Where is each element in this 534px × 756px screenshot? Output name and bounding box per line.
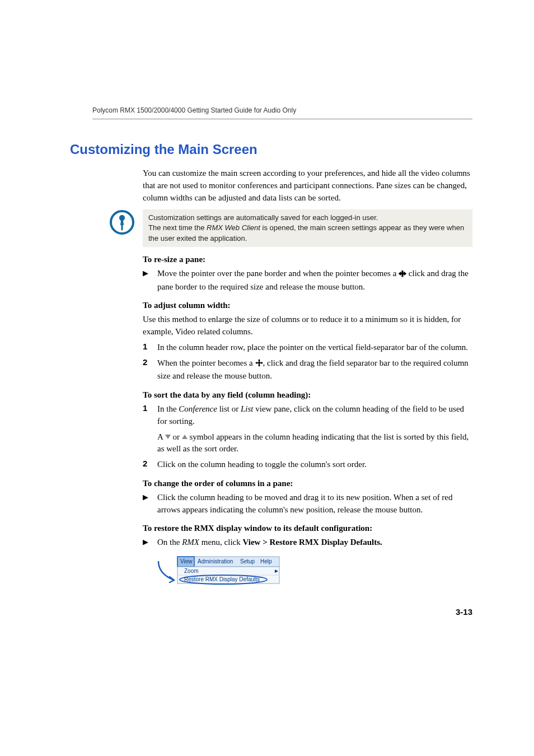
restore-b: menu, click (199, 538, 242, 547)
step-marker-1: 1 (143, 342, 157, 351)
page-number: 3-13 (92, 607, 472, 617)
intro-paragraph: You can customize the main screen accord… (143, 167, 472, 204)
running-header: Polycom RMX 1500/2000/4000 Getting Start… (92, 106, 472, 114)
bullet-marker-3: ▶ (143, 536, 157, 547)
bullet-marker-2: ▶ (143, 492, 157, 502)
document-page: Polycom RMX 1500/2000/4000 Getting Start… (0, 0, 534, 650)
restore-text: On the RMX menu, click View > Restore RM… (157, 536, 472, 549)
step-marker-2: 2 (143, 357, 157, 367)
sort-sub-a: A (157, 432, 165, 441)
sort-1a: In the (157, 404, 179, 413)
sort-sub-c: symbol appears in the column heading ind… (157, 432, 469, 454)
note-callout: Customization settings are automatically… (109, 209, 472, 247)
width-step1-text: In the column header row, place the poin… (157, 342, 472, 354)
restore-bold: View > Restore RMX Display Defaults. (242, 538, 382, 547)
resize-text: Move the pointer over the pane border an… (157, 268, 472, 293)
restore-rmx-em: RMX (182, 538, 199, 547)
step-width-2: 2 When the pointer becomes a , click and… (143, 357, 472, 383)
bullet-restore: ▶ On the RMX menu, click View > Restore … (143, 536, 472, 549)
note-line2a: The next time the (148, 223, 207, 232)
menu-screenshot: View Administration Setup Help Zoom Rest… (157, 553, 280, 587)
note-rmx-client: RMX Web Client (207, 223, 260, 232)
order-text: Click the column heading to be moved and… (157, 492, 472, 516)
width-step2-text: When the pointer becomes a , click and d… (157, 357, 472, 383)
resize-text-a: Move the pointer over the pane border an… (157, 269, 399, 278)
triangle-down-icon (165, 435, 171, 439)
menu-setup[interactable]: Setup (240, 558, 255, 564)
sort-list-em: List (241, 404, 254, 413)
sort-1b: list or (217, 404, 241, 413)
sort-step2-text: Click on the column heading to toggle th… (157, 459, 472, 471)
section-title: Customizing the Main Screen (70, 142, 472, 157)
menu-restore-defaults[interactable]: Restore RMX Display Defaults (184, 576, 260, 582)
width-2a: When the pointer becomes a (157, 358, 255, 367)
step-marker-1b: 1 (143, 403, 157, 413)
menu-administration[interactable]: Administration (198, 558, 233, 564)
step-sort-1: 1 In the Conference list or List view pa… (143, 403, 472, 428)
heading-resize-pane: To re-size a pane: (143, 255, 472, 264)
body-content: You can customize the main screen accord… (143, 167, 472, 587)
note-line1: Customization settings are automatically… (148, 213, 378, 222)
header-rule (92, 119, 472, 119)
heading-adjust-width: To adjust column width: (143, 301, 472, 310)
pin-icon (109, 209, 135, 235)
note-box: Customization settings are automatically… (143, 209, 472, 247)
menu-view[interactable]: View (180, 558, 193, 564)
heading-sort: To sort the data by any field (column he… (143, 390, 472, 400)
sort-conference-em: Conference (179, 404, 217, 413)
heading-restore: To restore the RMX display window to its… (143, 524, 472, 533)
step-sort-2: 2 Click on the column heading to toggle … (143, 459, 472, 471)
step-width-1: 1 In the column header row, place the po… (143, 342, 472, 354)
heading-order-columns: To change the order of columns in a pane… (143, 479, 472, 488)
step-marker-2b: 2 (143, 459, 157, 468)
sort-step1-text: In the Conference list or List view pane… (157, 403, 472, 428)
bullet-marker: ▶ (143, 268, 157, 278)
bullet-order: ▶ Click the column heading to be moved a… (143, 492, 472, 516)
bullet-resize: ▶ Move the pointer over the pane border … (143, 268, 472, 293)
sort-symbol-note: A or symbol appears in the column headin… (157, 431, 472, 456)
move-cross-icon (255, 358, 263, 371)
width-paragraph: Use this method to enlarge the size of c… (143, 314, 472, 338)
menu-help[interactable]: Help (260, 558, 272, 564)
triangle-up-icon (182, 435, 188, 439)
resize-horizontal-icon (399, 269, 406, 281)
sort-sub-b: or (173, 432, 182, 441)
restore-a: On the (157, 538, 182, 547)
menu-zoom[interactable]: Zoom (184, 568, 199, 574)
